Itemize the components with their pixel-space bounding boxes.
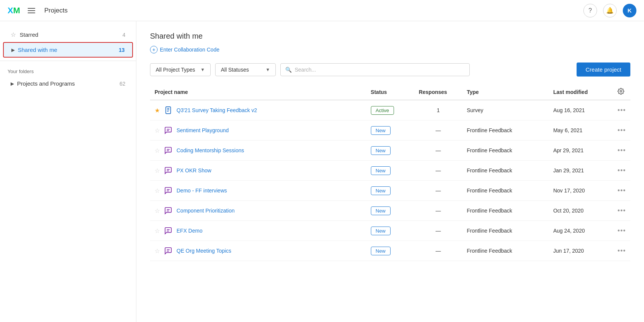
project-types-dropdown[interactable]: All Project Types ▼ xyxy=(150,63,211,76)
project-modified: Jun 17, 2020 xyxy=(549,241,611,261)
project-type: Frontline Feedback xyxy=(462,181,549,201)
notifications-icon[interactable]: 🔔 xyxy=(603,4,617,17)
status-badge: New xyxy=(371,126,391,135)
chevron-down-icon: ▼ xyxy=(200,67,205,72)
status-badge: New xyxy=(371,227,391,235)
table-row: ☆ Coding Mentorship Sessions New — Front… xyxy=(150,141,630,161)
statuses-dropdown[interactable]: All Statuses ▼ xyxy=(215,63,276,76)
more-options-button[interactable]: ••• xyxy=(617,227,626,235)
xm-logo: XM xyxy=(8,6,20,16)
sidebar-item-shared[interactable]: ▶ Shared with me 13 xyxy=(3,42,133,58)
sidebar-pp-label: Projects and Programs xyxy=(17,80,119,87)
project-name[interactable]: Sentiment Playground xyxy=(177,127,229,133)
project-name-cell: ☆ EFX Demo xyxy=(150,221,366,241)
content-area: Shared with me + Enter Collaboration Cod… xyxy=(136,21,644,322)
project-actions: ••• xyxy=(611,141,630,161)
project-type: Frontline Feedback xyxy=(462,120,549,141)
project-name-cell: ☆ Component Prioritization xyxy=(150,201,366,221)
star-button[interactable]: ☆ xyxy=(155,167,160,174)
project-status: New xyxy=(366,141,414,161)
project-name[interactable]: QE Org Meeting Topics xyxy=(177,248,231,254)
project-modified: Oct 20, 2020 xyxy=(549,201,611,221)
project-name[interactable]: PX OKR Show xyxy=(177,167,211,174)
create-project-button[interactable]: Create project xyxy=(577,63,630,77)
search-input[interactable] xyxy=(295,67,465,73)
table-row: ☆ Demo - FF interviews New — Frontline F… xyxy=(150,181,630,201)
star-button[interactable]: ☆ xyxy=(155,247,160,255)
hamburger-menu-icon[interactable] xyxy=(26,6,37,15)
sidebar-folders-label: Your folders xyxy=(0,64,136,77)
more-options-button[interactable]: ••• xyxy=(617,147,626,155)
project-name[interactable]: Q3'21 Survey Taking Feedback v2 xyxy=(177,107,257,113)
col-header-responses: Responses xyxy=(414,84,462,100)
project-type: Frontline Feedback xyxy=(462,201,549,221)
svg-rect-1 xyxy=(166,107,171,114)
table-row: ☆ EFX Demo New — Frontline Feedback Aug … xyxy=(150,221,630,241)
frontline-feedback-icon xyxy=(164,146,173,155)
project-name[interactable]: Component Prioritization xyxy=(177,208,234,214)
star-button[interactable]: ☆ xyxy=(155,207,160,214)
project-status: New xyxy=(366,241,414,261)
frontline-feedback-icon xyxy=(164,126,173,135)
table-row: ☆ QE Org Meeting Topics New — Frontline … xyxy=(150,241,630,261)
table-row: ☆ PX OKR Show New — Frontline Feedback J… xyxy=(150,161,630,181)
sidebar-starred-label: Starred xyxy=(20,31,122,38)
sidebar: ☆ Starred 4 ▶ Shared with me 13 Your fol… xyxy=(0,21,136,322)
logo-m: M xyxy=(13,6,20,15)
user-avatar[interactable]: K xyxy=(623,4,636,17)
project-modified: Nov 17, 2020 xyxy=(549,181,611,201)
sidebar-item-starred[interactable]: ☆ Starred 4 xyxy=(3,27,133,42)
modified-value: Apr 29, 2021 xyxy=(553,147,583,153)
col-header-settings[interactable] xyxy=(611,84,630,100)
responses-value: 1 xyxy=(437,107,440,113)
collab-code-button[interactable]: + Enter Collaboration Code xyxy=(150,46,630,53)
frontline-feedback-icon xyxy=(164,226,173,235)
project-name[interactable]: EFX Demo xyxy=(177,228,202,234)
status-badge: New xyxy=(371,206,391,215)
project-responses: — xyxy=(414,201,462,221)
project-actions: ••• xyxy=(611,201,630,221)
project-type: Frontline Feedback xyxy=(462,161,549,181)
star-button[interactable]: ☆ xyxy=(155,147,160,154)
project-name-cell: ☆ PX OKR Show xyxy=(150,161,366,181)
app-container: XM Projects ? 🔔 K ☆ Starred 4 ▶ S xyxy=(0,0,644,322)
more-options-button[interactable]: ••• xyxy=(617,127,626,134)
sidebar-item-projects-programs[interactable]: ▶ Projects and Programs 62 xyxy=(3,77,133,91)
type-value: Frontline Feedback xyxy=(467,248,512,254)
main-area: ☆ Starred 4 ▶ Shared with me 13 Your fol… xyxy=(0,21,644,322)
project-responses: — xyxy=(414,120,462,141)
type-value: Frontline Feedback xyxy=(467,167,512,174)
help-icon[interactable]: ? xyxy=(583,4,597,17)
project-responses: — xyxy=(414,181,462,201)
collab-code-label: Enter Collaboration Code xyxy=(160,47,219,53)
star-button[interactable]: ☆ xyxy=(155,227,160,234)
project-actions: ••• xyxy=(611,221,630,241)
project-modified: Jan 29, 2021 xyxy=(549,161,611,181)
project-status: New xyxy=(366,201,414,221)
project-responses: 1 xyxy=(414,100,462,120)
table-row: ☆ Component Prioritization New — Frontli… xyxy=(150,201,630,221)
project-name-cell: ☆ QE Org Meeting Topics xyxy=(150,241,366,261)
plus-circle-icon: + xyxy=(150,46,158,53)
more-options-button[interactable]: ••• xyxy=(617,207,626,215)
chevron-right-icon-2: ▶ xyxy=(11,81,14,86)
project-responses: — xyxy=(414,141,462,161)
project-name[interactable]: Coding Mentorship Sessions xyxy=(177,147,244,153)
responses-value: — xyxy=(436,208,441,214)
project-type: Frontline Feedback xyxy=(462,241,549,261)
status-badge: New xyxy=(371,146,391,155)
project-status: New xyxy=(366,120,414,141)
more-options-button[interactable]: ••• xyxy=(617,247,626,255)
star-button[interactable]: ☆ xyxy=(155,127,160,134)
more-options-button[interactable]: ••• xyxy=(617,106,626,114)
project-type: Frontline Feedback xyxy=(462,141,549,161)
modified-value: Jan 29, 2021 xyxy=(553,167,584,174)
survey-icon xyxy=(164,106,173,115)
status-badge: Active xyxy=(371,106,394,115)
star-button[interactable]: ★ xyxy=(155,107,160,114)
more-options-button[interactable]: ••• xyxy=(617,187,626,195)
more-options-button[interactable]: ••• xyxy=(617,167,626,175)
project-type: Survey xyxy=(462,100,549,120)
star-button[interactable]: ☆ xyxy=(155,187,160,194)
project-name[interactable]: Demo - FF interviews xyxy=(177,188,227,194)
